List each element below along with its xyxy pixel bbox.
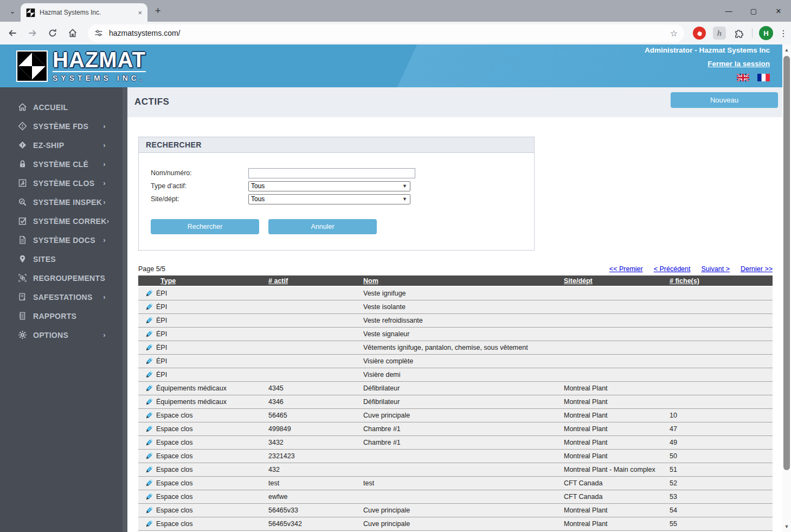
table-row[interactable]: Espace clos ewfwe CFT Canada 53 bbox=[138, 490, 773, 504]
sidebar-item[interactable]: SITES bbox=[0, 249, 123, 268]
edit-pencil-icon[interactable] bbox=[138, 330, 156, 338]
browser-tabstrip: ⌄ Hazmat Systems Inc. × + — ▢ ✕ bbox=[0, 0, 791, 22]
table-row[interactable]: Espace clos 56465v33 Cuve principale Mon… bbox=[138, 504, 773, 517]
table-row[interactable]: ÉPI Veste refroidissante bbox=[138, 314, 773, 328]
back-icon[interactable] bbox=[8, 28, 17, 38]
logout-link[interactable]: Fermer la session bbox=[708, 60, 770, 68]
edit-pencil-icon[interactable] bbox=[138, 506, 156, 515]
new-asset-button[interactable]: Nouveau bbox=[671, 92, 778, 108]
edit-pencil-icon[interactable] bbox=[138, 492, 156, 501]
reload-icon[interactable] bbox=[48, 28, 57, 38]
table-row[interactable]: Espace clos 56465v342 Cuve principale Mo… bbox=[138, 517, 773, 531]
hazmat-logo[interactable]: HAZMAT SYSTEMS INC. bbox=[16, 49, 146, 82]
edit-pencil-icon[interactable] bbox=[138, 357, 156, 366]
edit-pencil-icon[interactable] bbox=[138, 479, 156, 488]
minimize-button[interactable]: — bbox=[716, 0, 741, 22]
url-bar[interactable]: hazmatsystems.com/ ☆ bbox=[88, 24, 684, 42]
table-row[interactable]: Espace clos 56465 Cuve principale Montre… bbox=[138, 409, 773, 422]
edit-pencil-icon[interactable] bbox=[138, 411, 156, 420]
sidebar-item[interactable]: SAFESTATIONS › bbox=[0, 287, 123, 306]
table-row[interactable]: ÉPI Visière complète bbox=[138, 355, 773, 368]
cell-nom: Veste signaleur bbox=[363, 330, 564, 338]
url-text[interactable]: hazmatsystems.com/ bbox=[109, 29, 670, 37]
table-row[interactable]: Espace clos test test CFT Canada 52 bbox=[138, 477, 773, 490]
profile-avatar[interactable]: H bbox=[759, 26, 773, 40]
new-tab-button[interactable]: + bbox=[155, 5, 161, 17]
table-row[interactable]: Espace clos 2321423 Montreal Plant 50 bbox=[138, 450, 773, 463]
page-scrollbar[interactable]: ▲ ▼ bbox=[782, 44, 791, 532]
table-row[interactable]: Espace clos 499849 Chambre #1 Montreal P… bbox=[138, 422, 773, 436]
sidebar-item[interactable]: SYSTÈME CORREK › bbox=[0, 211, 123, 230]
edit-pencil-icon[interactable] bbox=[138, 438, 156, 447]
sidebar-item[interactable]: SYSTÈME DOCS › bbox=[0, 230, 123, 249]
col-site[interactable]: Site/dépt bbox=[564, 277, 670, 285]
edit-pencil-icon[interactable] bbox=[138, 343, 156, 352]
table-row[interactable]: ÉPI Veste signaleur bbox=[138, 328, 773, 341]
cancel-button[interactable]: Annuler bbox=[268, 219, 377, 234]
close-button[interactable]: ✕ bbox=[766, 0, 791, 22]
edit-pencil-icon[interactable] bbox=[138, 303, 156, 311]
sidebar-item[interactable]: EZ-SHIP › bbox=[0, 136, 123, 155]
home-icon[interactable] bbox=[68, 28, 78, 38]
edit-pencil-icon[interactable] bbox=[138, 520, 156, 528]
edit-pencil-icon[interactable] bbox=[138, 398, 156, 406]
group-icon bbox=[18, 273, 27, 283]
text-input[interactable] bbox=[248, 168, 415, 178]
pagination-link[interactable]: < Précédent bbox=[654, 265, 691, 273]
browser-menu-icon[interactable]: ⋮ bbox=[779, 28, 788, 39]
col-actif[interactable]: # actif bbox=[268, 277, 363, 285]
edit-pencil-icon[interactable] bbox=[138, 289, 156, 298]
col-type[interactable]: Type bbox=[138, 277, 268, 285]
scroll-down-icon[interactable]: ▼ bbox=[782, 522, 791, 531]
scroll-up-icon[interactable]: ▲ bbox=[782, 46, 791, 54]
chevron-right-icon: › bbox=[103, 198, 106, 206]
search-button[interactable]: Rechercher bbox=[151, 219, 259, 234]
table-row[interactable]: ÉPI Veste isolante bbox=[138, 300, 773, 314]
uk-flag-icon[interactable] bbox=[737, 74, 749, 82]
sidebar-item[interactable]: SYSTÈME CLOS › bbox=[0, 174, 123, 193]
sidebar-item[interactable]: REGROUPEMENTS bbox=[0, 268, 123, 287]
cell-nom: Vêtements ignifuge, pantalon, chemise, s… bbox=[363, 344, 564, 351]
forward-icon[interactable] bbox=[28, 28, 37, 38]
adblock-extension-icon[interactable] bbox=[693, 27, 706, 40]
table-row[interactable]: Espace clos 3432 Chambre #1 Montreal Pla… bbox=[138, 436, 773, 450]
edit-pencil-icon[interactable] bbox=[138, 465, 156, 474]
cell-nom: Veste ignifuge bbox=[363, 290, 564, 297]
edit-pencil-icon[interactable] bbox=[138, 316, 156, 325]
sidebar-item[interactable]: SYSTÈME INSPEK › bbox=[0, 193, 123, 211]
sidebar-item[interactable]: ACCUEIL bbox=[0, 98, 123, 117]
scrollbar-thumb[interactable] bbox=[783, 56, 790, 470]
site-settings-icon[interactable] bbox=[94, 29, 103, 37]
extensions-puzzle-icon[interactable] bbox=[734, 28, 744, 39]
sidebar-item[interactable]: RAPPORTS bbox=[0, 306, 123, 325]
sidebar-item[interactable]: SYSTÈME FDS › bbox=[0, 117, 123, 136]
col-nom[interactable]: Nom bbox=[363, 277, 564, 285]
table-row[interactable]: Équipements médicaux 4346 Défibrilateur … bbox=[138, 395, 773, 409]
france-flag-icon[interactable] bbox=[757, 74, 770, 82]
tab-search-chevron-icon[interactable]: ⌄ bbox=[5, 5, 20, 17]
pagination-link[interactable]: Dernier >> bbox=[741, 265, 773, 273]
cell-nom: test bbox=[363, 479, 564, 487]
table-row[interactable]: ÉPI Veste ignifuge bbox=[138, 287, 773, 300]
table-row[interactable]: Espace clos 432 Montreal Plant - Main co… bbox=[138, 463, 773, 477]
bookmark-star-icon[interactable]: ☆ bbox=[670, 28, 678, 39]
cell-actif: 4345 bbox=[268, 384, 363, 392]
pagination-link[interactable]: Suivant > bbox=[701, 265, 729, 273]
table-row[interactable]: ÉPI Visière demi bbox=[138, 368, 773, 382]
h-extension-icon[interactable]: h bbox=[713, 27, 726, 40]
tab-close-icon[interactable]: × bbox=[138, 9, 142, 17]
sidebar-item[interactable]: OPTIONS › bbox=[0, 325, 123, 344]
edit-pencil-icon[interactable] bbox=[138, 452, 156, 460]
table-row[interactable]: ÉPI Vêtements ignifuge, pantalon, chemis… bbox=[138, 341, 773, 355]
browser-tab[interactable]: Hazmat Systems Inc. × bbox=[21, 3, 147, 22]
edit-pencil-icon[interactable] bbox=[138, 370, 156, 379]
table-row[interactable]: Équipements médicaux 4345 Défibrilateur … bbox=[138, 382, 773, 395]
edit-pencil-icon[interactable] bbox=[138, 425, 156, 433]
sidebar-item[interactable]: SYSTÈME CLÉ › bbox=[0, 155, 123, 174]
col-fiches[interactable]: # fiche(s) bbox=[670, 277, 773, 285]
dropdown-select[interactable]: Tous ▼ bbox=[248, 194, 410, 204]
dropdown-select[interactable]: Tous ▼ bbox=[248, 181, 410, 191]
maximize-button[interactable]: ▢ bbox=[741, 0, 766, 22]
edit-pencil-icon[interactable] bbox=[138, 384, 156, 393]
pagination-link[interactable]: << Premier bbox=[609, 265, 643, 273]
